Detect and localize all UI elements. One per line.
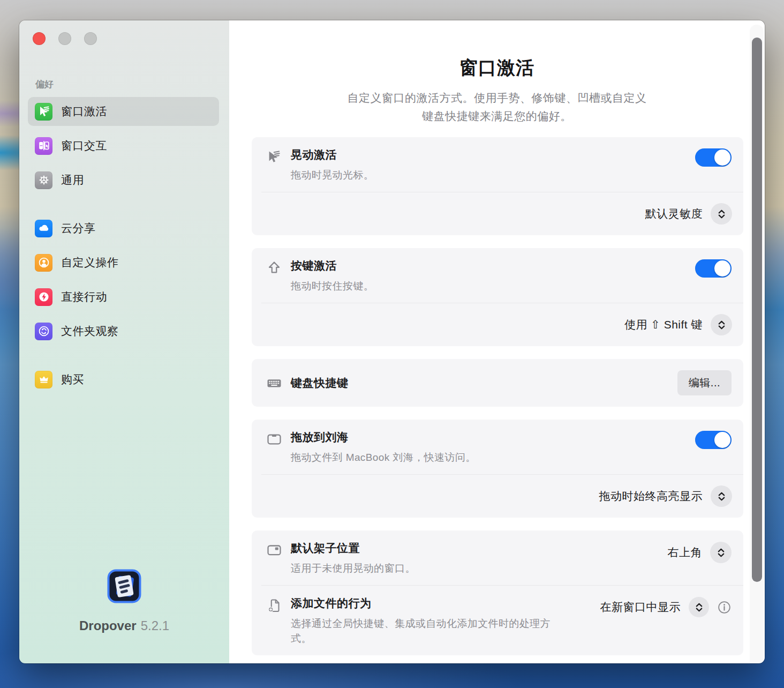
sidebar-item-window-interaction[interactable]: 窗口交互 [28,131,219,160]
card-shake-activation: 晃动激活 拖动时晃动光标。 默认灵敏度 [252,137,743,235]
setting-title: 晃动激活 [291,147,695,162]
chevron-up-down-icon [715,547,727,558]
add-file-icon [266,597,282,614]
sidebar-item-label: 窗口交互 [61,138,107,153]
notch-highlight-stepper[interactable] [711,485,732,507]
setting-description: 拖动时按住按键。 [291,279,695,294]
sidebar-item-label: 云分享 [61,221,96,236]
chevron-up-down-icon [693,602,705,613]
sidebar-item-purchase[interactable]: 购买 [28,365,219,394]
cursor-shake-icon [266,149,282,165]
card-shelf-settings: 默认架子位置 适用于未使用晃动的窗口。 右上角 [252,530,743,655]
shelf-position-icon [266,542,282,558]
close-button[interactable] [33,32,46,45]
crown-icon [35,371,52,388]
subtitle-line-1: 自定义窗口的激活方式。使用手势、修饰键、凹槽或自定义 [229,89,765,107]
sidebar-item-cloud-share[interactable]: 云分享 [28,214,219,243]
setting-title: 按键激活 [291,258,695,273]
drop-to-notch-toggle[interactable] [695,431,732,449]
card-drop-to-notch: 拖放到刘海 拖动文件到 MacBook 刘海，快速访问。 拖动时始终高亮显示 [252,420,743,518]
sensitivity-stepper[interactable] [711,203,732,225]
edit-shortcut-button[interactable]: 编辑... [677,370,732,395]
setting-title: 拖放到刘海 [291,430,695,445]
modifier-key-value: 使用 ⇧ Shift 键 [624,317,703,332]
cursor-shake-icon [35,103,52,121]
person-icon [35,254,52,272]
zoom-button[interactable] [84,32,97,45]
sidebar: 偏好 窗口激活 窗口交互 通用 [19,20,229,663]
sidebar-item-direct-action[interactable]: 直接行动 [28,282,219,311]
shift-icon [266,260,282,276]
sidebar-item-label: 窗口激活 [61,104,107,119]
app-name: Dropover [79,618,137,633]
scrollbar-thumb[interactable] [752,38,762,582]
gear-icon [35,171,52,189]
sidebar-item-label: 通用 [61,173,84,188]
subtitle-line-2: 键盘快捷键来满足您的偏好。 [229,107,765,125]
page-subtitle: 自定义窗口的激活方式。使用手势、修饰键、凹槽或自定义 键盘快捷键来满足您的偏好。 [229,89,765,125]
minimize-button[interactable] [58,32,71,45]
setting-description: 适用于未使用晃动的窗口。 [291,561,668,576]
setting-title: 默认架子位置 [291,541,668,556]
setting-description: 选择通过全局快捷键、集成或自动化添加文件时的处理方式。 [291,616,561,646]
setting-title: 添加文件的行为 [291,596,600,611]
added-files-stepper[interactable] [689,597,709,617]
chevron-up-down-icon [716,319,727,331]
toggle-knob [714,149,730,166]
keyboard-icon [266,375,282,391]
sidebar-footer: Dropover5.2.1 [19,569,229,633]
page-title: 窗口激活 [229,56,765,80]
info-icon[interactable] [717,600,732,615]
desktop: 偏好 窗口激活 窗口交互 通用 [0,0,784,688]
card-keyboard-shortcut: 键盘快捷键 编辑... [252,359,743,407]
setting-description: 拖动文件到 MacBook 刘海，快速访问。 [291,450,695,465]
sidebar-item-label: 文件夹观察 [61,324,119,339]
sidebar-item-label: 自定义操作 [61,255,119,270]
chevron-up-down-icon [716,491,727,502]
bolt-icon [35,288,52,306]
modifier-key-stepper[interactable] [711,314,732,335]
traffic-lights [28,31,219,45]
shake-activation-toggle[interactable] [695,148,732,167]
sidebar-item-label: 购买 [61,372,84,387]
sidebar-item-label: 直接行动 [61,289,107,304]
sidebar-section-label: 偏好 [35,78,219,91]
toggle-knob [714,260,730,276]
setting-description: 拖动时晃动光标。 [291,168,695,183]
version-number: 5.2.1 [141,618,169,633]
sidebar-item-custom-actions[interactable]: 自定义操作 [28,248,219,277]
window-split-icon [35,137,52,155]
cloud-icon [35,220,52,237]
card-key-activation: 按键激活 拖动时按住按键。 使用 ⇧ Shift 键 [252,248,743,346]
key-activation-toggle[interactable] [695,259,732,278]
added-files-value: 在新窗口中显示 [600,600,681,615]
notch-highlight-value: 拖动时始终高亮显示 [599,489,703,504]
dropover-preferences-window: 偏好 窗口激活 窗口交互 通用 [19,20,765,663]
app-version: Dropover5.2.1 [19,618,229,633]
sensitivity-value: 默认灵敏度 [645,206,703,221]
chevron-up-down-icon [716,208,727,220]
sidebar-item-general[interactable]: 通用 [28,166,219,195]
folder-sync-icon [35,323,52,340]
shelf-position-value: 右上角 [668,545,703,560]
sidebar-item-folder-watch[interactable]: 文件夹观察 [28,317,219,346]
toggle-knob [714,432,730,448]
settings-pane: 窗口激活 自定义窗口的激活方式。使用手势、修饰键、凹槽或自定义 键盘快捷键来满足… [229,20,765,663]
setting-title: 键盘快捷键 [291,376,677,391]
dropover-app-icon [107,569,141,603]
shelf-position-stepper[interactable] [710,542,732,563]
sidebar-item-window-activation[interactable]: 窗口激活 [28,97,219,126]
notch-icon [266,431,282,447]
